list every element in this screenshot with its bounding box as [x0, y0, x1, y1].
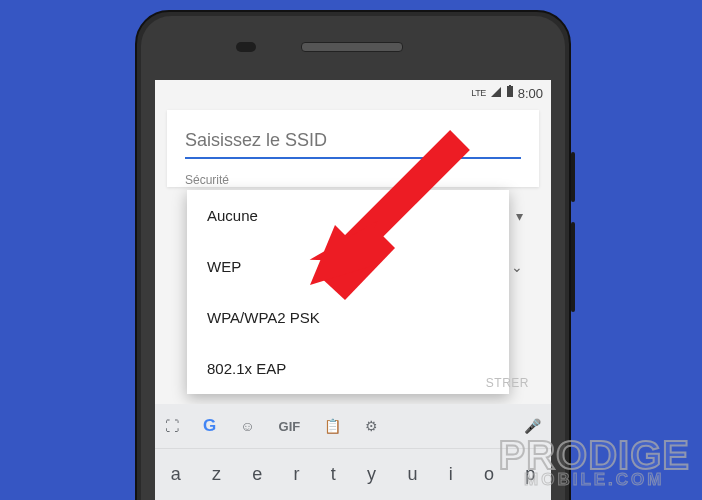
- key-u[interactable]: u: [407, 464, 417, 485]
- key-r[interactable]: r: [294, 464, 300, 485]
- front-camera: [236, 42, 256, 52]
- security-option-eap[interactable]: 802.1x EAP: [187, 343, 509, 394]
- screen: LTE 8:00 Sécurité Aucune ▾ WEP: [155, 80, 551, 500]
- phone-bezel: LTE 8:00 Sécurité Aucune ▾ WEP: [141, 16, 565, 500]
- key-a[interactable]: a: [171, 464, 181, 485]
- phone-frame: LTE 8:00 Sécurité Aucune ▾ WEP: [135, 10, 571, 500]
- gif-button[interactable]: GIF: [279, 419, 301, 434]
- svg-rect-0: [507, 86, 513, 97]
- keyboard-toolbar: ⛶ G ☺ GIF 📋 ⚙ 🎤: [155, 404, 551, 449]
- earpiece-speaker: [301, 42, 403, 52]
- mic-icon[interactable]: 🎤: [524, 418, 541, 434]
- signal-indicator: LTE: [471, 88, 485, 98]
- key-o[interactable]: o: [484, 464, 494, 485]
- caret-down-icon: ▾: [516, 208, 523, 224]
- option-label: Aucune: [207, 207, 258, 224]
- chevron-down-icon: ⌄: [511, 259, 523, 275]
- signal-icon: [490, 86, 502, 101]
- volume-button: [571, 222, 575, 312]
- watermark: PRODIGE MOBILE.COM: [499, 433, 690, 490]
- save-button[interactable]: STRER: [486, 376, 529, 390]
- power-button: [571, 152, 575, 202]
- key-z[interactable]: z: [212, 464, 221, 485]
- security-label: Sécurité: [185, 173, 521, 187]
- security-dropdown[interactable]: Aucune ▾ WEP ⌄ WPA/WPA2 PSK 802.1x EAP: [187, 190, 509, 394]
- clock: 8:00: [518, 86, 543, 101]
- soft-keyboard[interactable]: ⛶ G ☺ GIF 📋 ⚙ 🎤 a z e r t y u i: [155, 404, 551, 500]
- keyboard-row-1: a z e r t y u i o p: [155, 449, 551, 499]
- key-t[interactable]: t: [331, 464, 336, 485]
- watermark-line2: MOBILE.COM: [499, 470, 690, 490]
- ssid-input[interactable]: [185, 124, 521, 159]
- option-label: WEP: [207, 258, 241, 275]
- security-option-wpa[interactable]: WPA/WPA2 PSK: [187, 292, 509, 343]
- expand-icon[interactable]: ⛶: [165, 418, 179, 434]
- status-bar: LTE 8:00: [155, 80, 551, 104]
- security-option-none[interactable]: Aucune ▾: [187, 190, 509, 241]
- sticker-icon[interactable]: ☺: [240, 418, 254, 434]
- option-label: 802.1x EAP: [207, 360, 286, 377]
- key-y[interactable]: y: [367, 464, 376, 485]
- settings-icon[interactable]: ⚙: [365, 418, 378, 434]
- clipboard-icon[interactable]: 📋: [324, 418, 341, 434]
- battery-icon: [506, 85, 514, 101]
- key-i[interactable]: i: [449, 464, 453, 485]
- svg-rect-1: [509, 85, 511, 86]
- security-option-wep[interactable]: WEP ⌄: [187, 241, 509, 292]
- google-logo-icon[interactable]: G: [203, 416, 216, 436]
- option-label: WPA/WPA2 PSK: [207, 309, 320, 326]
- key-e[interactable]: e: [252, 464, 262, 485]
- wifi-add-network-dialog: Sécurité: [167, 110, 539, 187]
